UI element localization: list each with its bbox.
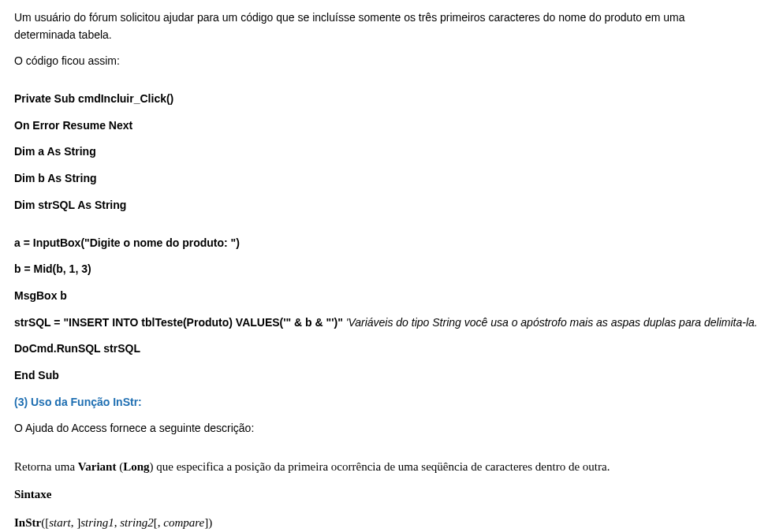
syn-p2: ([: [41, 516, 49, 529]
code-line-insert: strSQL = "INSERT INTO tblTeste(Produto) …: [14, 314, 743, 332]
code-line-inputbox: a = InputBox("Digite o nome do produto: …: [14, 235, 743, 252]
code-line-dim-strsql: Dim strSQL As String: [14, 197, 743, 214]
rd-part1: Retorna uma: [14, 460, 78, 473]
syn-start: start: [49, 516, 71, 529]
rd-variant: Variant: [78, 460, 117, 473]
syn-p8: [,: [154, 516, 164, 529]
syn-compare: compare: [163, 516, 204, 529]
syn-string1: string1: [80, 516, 114, 529]
syntax-line: InStr([start, ]string1, string2[, compar…: [14, 514, 743, 532]
code-line-sub: Private Sub cmdIncluir_Click(): [14, 91, 743, 108]
return-description: Retorna uma Variant (Long) que especific…: [14, 458, 743, 476]
rd-part3: (: [116, 460, 123, 473]
rd-part5: ) que especifica a posição da primeira o…: [150, 460, 610, 473]
code-line-dim-a: Dim a As String: [14, 143, 743, 161]
code-line-msgbox: MsgBox b: [14, 288, 743, 305]
syntax-label: Sintaxe: [14, 485, 743, 504]
code-line-endsub: End Sub: [14, 367, 743, 385]
help-intro: O Ajuda do Access fornece a seguinte des…: [14, 420, 743, 437]
syn-string2: string2: [120, 516, 154, 529]
code-comment: 'Variáveis do tipo String você usa o apó…: [346, 316, 757, 329]
intro-paragraph: Um usuário do fórum solicitou ajudar par…: [14, 9, 743, 43]
code-line-onerror: On Error Resume Next: [14, 117, 743, 135]
syn-p10: ]): [204, 516, 212, 529]
code-line-runsql: DoCmd.RunSQL strSQL: [14, 340, 743, 358]
syn-p4: , ]: [71, 516, 81, 529]
syn-instr: InStr: [14, 516, 41, 529]
lead-in: O código ficou assim:: [14, 53, 743, 70]
code-line-dim-b: Dim b As String: [14, 170, 743, 188]
rd-long: Long: [123, 460, 149, 473]
section-heading: (3) Uso da Função InStr:: [14, 394, 743, 411]
code-line-mid: b = Mid(b, 1, 3): [14, 261, 743, 278]
code-insert-text: strSQL = "INSERT INTO tblTeste(Produto) …: [14, 316, 346, 329]
